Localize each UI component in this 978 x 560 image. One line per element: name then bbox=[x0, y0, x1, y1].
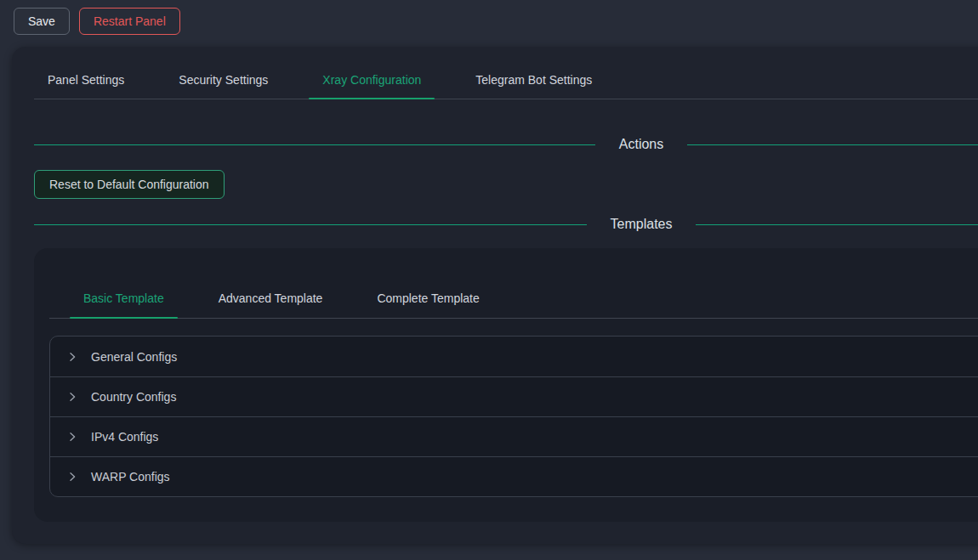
collapse-label: General Configs bbox=[91, 350, 177, 364]
config-collapse-list: General Configs Country Configs IPv4 Con… bbox=[49, 336, 978, 497]
template-tabs: Basic Template Advanced Template Complet… bbox=[49, 281, 978, 319]
chevron-right-icon bbox=[67, 432, 77, 442]
tab-basic-template[interactable]: Basic Template bbox=[70, 281, 178, 318]
collapse-label: Country Configs bbox=[91, 390, 176, 404]
chevron-right-icon bbox=[67, 392, 77, 402]
tab-panel-settings[interactable]: Panel Settings bbox=[34, 64, 138, 99]
tab-security-settings[interactable]: Security Settings bbox=[165, 64, 281, 99]
tab-xray-configuration[interactable]: Xray Configuration bbox=[309, 64, 435, 99]
main-tabs: Panel Settings Security Settings Xray Co… bbox=[34, 64, 978, 99]
chevron-right-icon bbox=[67, 472, 77, 482]
collapse-ipv4-configs[interactable]: IPv4 Configs bbox=[50, 416, 978, 456]
actions-divider: Actions bbox=[34, 137, 978, 152]
settings-card: Panel Settings Security Settings Xray Co… bbox=[12, 47, 978, 544]
tab-complete-template[interactable]: Complete Template bbox=[363, 281, 492, 318]
templates-divider-label: Templates bbox=[611, 217, 673, 232]
restart-panel-button[interactable]: Restart Panel bbox=[79, 8, 180, 35]
collapse-warp-configs[interactable]: WARP Configs bbox=[50, 456, 978, 496]
actions-divider-label: Actions bbox=[619, 137, 663, 152]
save-button[interactable]: Save bbox=[14, 8, 70, 35]
chevron-right-icon bbox=[67, 352, 77, 362]
collapse-label: IPv4 Configs bbox=[91, 430, 158, 444]
tab-advanced-template[interactable]: Advanced Template bbox=[205, 281, 337, 318]
tab-telegram-bot-settings[interactable]: Telegram Bot Settings bbox=[462, 64, 606, 99]
collapse-country-configs[interactable]: Country Configs bbox=[50, 376, 978, 416]
top-toolbar: Save Restart Panel bbox=[0, 0, 978, 42]
templates-divider: Templates bbox=[34, 217, 978, 232]
reset-to-default-button[interactable]: Reset to Default Configuration bbox=[34, 170, 225, 199]
templates-card: Basic Template Advanced Template Complet… bbox=[34, 248, 978, 522]
collapse-general-configs[interactable]: General Configs bbox=[50, 337, 978, 376]
collapse-label: WARP Configs bbox=[91, 470, 170, 484]
